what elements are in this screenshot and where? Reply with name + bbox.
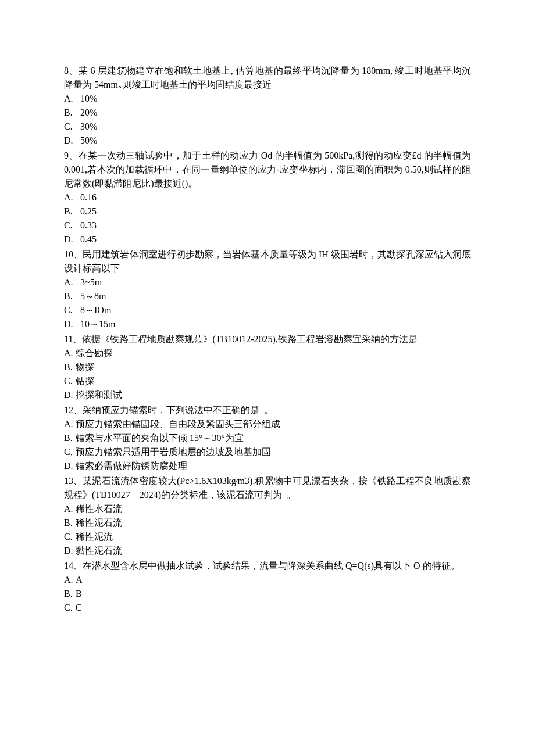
choice-label: D. xyxy=(64,134,76,148)
choice-text: A xyxy=(76,575,83,585)
choice-D: D. 50% xyxy=(64,134,471,148)
choice-label: D. xyxy=(64,459,76,473)
choice-text: 3~5m xyxy=(80,277,102,287)
choice-text: 预应力锚索由锚固段、自由段及紧固头三部分组成 xyxy=(76,419,280,429)
choice-label: B. xyxy=(64,205,76,218)
choice-text: 0.45 xyxy=(80,234,97,244)
question-text: 8、某 6 层建筑物建立在饱和软土地基上, 估算地基的最终平均沉降量为 180m… xyxy=(64,64,471,92)
choice-C: C,预应力锚索只适用于岩质地层的边坡及地基加固 xyxy=(64,445,471,459)
choice-text: 稀性泥流 xyxy=(76,532,113,542)
choice-label: C, xyxy=(64,445,76,459)
choice-text: 锚索与水平面的夹角以下倾 15°～30°为宜 xyxy=(76,433,244,443)
choice-text: 挖探和测试 xyxy=(76,390,122,400)
choice-text: 0.16 xyxy=(80,192,97,202)
choice-label: C. xyxy=(64,374,76,388)
choice-text: 30% xyxy=(80,121,97,131)
choice-text: 0.25 xyxy=(80,206,97,216)
question-14: 14、在潜水型含水层中做抽水试验，试验结果，流量与降深关系曲线 Q=Q(s)具有… xyxy=(64,559,471,615)
choice-A: A. 0.16 xyxy=(64,191,471,205)
choice-text: 20% xyxy=(80,108,97,117)
choice-label: D. xyxy=(64,232,76,246)
choice-label: D. xyxy=(64,544,76,558)
question-12: 12、采纳预应力锚索时，下列说法中不正确的是_。A.预应力锚索由锚固段、自由段及… xyxy=(64,403,471,473)
choice-text: 0.33 xyxy=(80,220,97,230)
question-text: 11、依据《铁路工程地质勘察规范》(TB10012-2025),铁路工程岩溶勘察… xyxy=(64,332,471,346)
choice-text: 10% xyxy=(80,94,97,103)
choice-label: A. xyxy=(64,417,76,431)
question-10: 10、民用建筑岩体洞室进行初步勘察，当岩体基本质量等级为 IH 级围岩时，其勘探… xyxy=(64,248,471,331)
choice-label: D. xyxy=(64,388,76,402)
choice-label: A. xyxy=(64,191,76,205)
choice-C: C.钻探 xyxy=(64,374,471,388)
choice-C: C. 8～IOm xyxy=(64,303,471,317)
question-text: 10、民用建筑岩体洞室进行初步勘察，当岩体基本质量等级为 IH 级围岩时，其勘探… xyxy=(64,248,471,275)
choice-label: C. xyxy=(64,218,76,232)
choice-A: A.A xyxy=(64,573,471,587)
question-9: 9、在某一次动三轴试验中，加于土样的动应力 Od 的半幅值为 500kPa,测得… xyxy=(64,149,471,246)
choice-text: 综合勘探 xyxy=(76,348,113,358)
choice-text: 钻探 xyxy=(76,376,94,386)
choice-text: 10～15m xyxy=(80,319,115,329)
choice-B: B.B xyxy=(64,587,471,601)
choice-text: 锚索必需做好防锈防腐处理 xyxy=(76,461,187,471)
choice-C: C. 30% xyxy=(64,120,471,134)
question-13: 13、某泥石流流体密度较大(Pc>1.6X103kg⁄m3),积累物中可见漂石夹… xyxy=(64,474,471,558)
choice-B: B. 0.25 xyxy=(64,205,471,218)
choice-label: B. xyxy=(64,587,76,601)
choice-label: B. xyxy=(64,289,76,303)
choice-label: A. xyxy=(64,346,76,360)
choice-text: 稀性水石流 xyxy=(76,504,122,514)
choice-text: 50% xyxy=(80,135,97,145)
choice-label: B. xyxy=(64,360,76,374)
choice-D: D. 0.45 xyxy=(64,232,471,246)
choice-label: A. xyxy=(64,502,76,516)
choice-text: 黏性泥石流 xyxy=(76,546,122,556)
choice-D: D.黏性泥石流 xyxy=(64,544,471,558)
choice-A: A. 10% xyxy=(64,92,471,106)
question-text: 9、在某一次动三轴试验中，加于土样的动应力 Od 的半幅值为 500kPa,测得… xyxy=(64,149,471,191)
choice-label: A. xyxy=(64,92,76,106)
choice-D: D.锚索必需做好防锈防腐处理 xyxy=(64,459,471,473)
choice-text: 8～IOm xyxy=(80,305,111,315)
choice-A: A.综合勘探 xyxy=(64,346,471,360)
choice-A: A.预应力锚索由锚固段、自由段及紧固头三部分组成 xyxy=(64,417,471,431)
choice-text: 稀性泥石流 xyxy=(76,518,122,528)
question-text: 12、采纳预应力锚索时，下列说法中不正确的是_。 xyxy=(64,403,471,417)
question-11: 11、依据《铁路工程地质勘察规范》(TB10012-2025),铁路工程岩溶勘察… xyxy=(64,332,471,402)
choice-label: A. xyxy=(64,573,76,587)
choice-label: C. xyxy=(64,303,76,317)
choice-B: B.稀性泥石流 xyxy=(64,516,471,530)
choice-C: C.稀性泥流 xyxy=(64,530,471,544)
choice-C: C.C xyxy=(64,601,471,615)
choice-label: B. xyxy=(64,516,76,530)
choice-text: 5～8m xyxy=(80,291,106,301)
choice-text: 预应力锚索只适用于岩质地层的边坡及地基加固 xyxy=(76,447,271,457)
choice-B: B.锚索与水平面的夹角以下倾 15°～30°为宜 xyxy=(64,431,471,445)
choice-B: B. 20% xyxy=(64,106,471,120)
choice-label: D. xyxy=(64,317,76,331)
question-text: 13、某泥石流流体密度较大(Pc>1.6X103kg⁄m3),积累物中可见漂石夹… xyxy=(64,474,471,502)
choice-A: A.稀性水石流 xyxy=(64,502,471,516)
question-text: 14、在潜水型含水层中做抽水试验，试验结果，流量与降深关系曲线 Q=Q(s)具有… xyxy=(64,559,471,573)
choice-text: 物探 xyxy=(76,362,94,372)
question-8: 8、某 6 层建筑物建立在饱和软土地基上, 估算地基的最终平均沉降量为 180m… xyxy=(64,64,471,148)
choice-C: C. 0.33 xyxy=(64,218,471,232)
choice-label: A. xyxy=(64,275,76,289)
choice-label: B. xyxy=(64,431,76,445)
choice-D: D.挖探和测试 xyxy=(64,388,471,402)
choice-text: B xyxy=(76,589,82,599)
choice-B: B. 5～8m xyxy=(64,289,471,303)
choice-label: C. xyxy=(64,530,76,544)
choice-label: C. xyxy=(64,601,76,615)
choice-label: B. xyxy=(64,106,76,120)
choice-A: A. 3~5m xyxy=(64,275,471,289)
choice-text: C xyxy=(76,603,82,612)
choice-B: B.物探 xyxy=(64,360,471,374)
choice-D: D. 10～15m xyxy=(64,317,471,331)
choice-label: C. xyxy=(64,120,76,134)
